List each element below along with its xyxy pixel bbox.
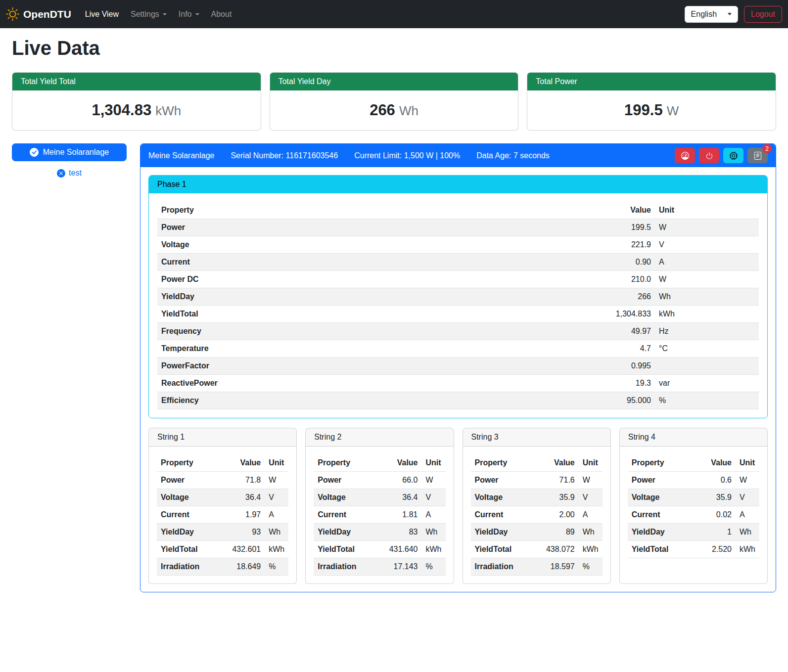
table-row: Current1.81A — [314, 506, 445, 524]
property-cell: YieldDay — [628, 524, 694, 541]
string-card-body: Property Value Unit Power71.6WVoltage35.… — [463, 447, 610, 583]
table-body: Power71.8WVoltage36.4VCurrent1.97AYieldD… — [157, 472, 288, 576]
limit-settings-button[interactable] — [675, 148, 695, 163]
card-title: Total Yield Day — [270, 73, 518, 90]
table-row: Voltage36.4V — [314, 489, 445, 506]
nav-item-about[interactable]: About — [205, 6, 238, 23]
value-cell: 93 — [217, 524, 265, 541]
value-cell: 4.7 — [455, 340, 655, 358]
property-cell: YieldTotal — [471, 541, 531, 558]
value-cell: 0.02 — [694, 506, 736, 524]
string-card-title: String 3 — [463, 428, 610, 447]
event-log-button[interactable]: 2 — [747, 148, 768, 163]
value-cell: 71.6 — [531, 472, 579, 489]
total-power-card: Total Power 199.5W — [527, 72, 776, 131]
brand-link[interactable]: OpenDTU — [6, 7, 71, 21]
string-card-title: String 4 — [620, 428, 767, 447]
nav-item-settings[interactable]: Settings — [125, 6, 173, 23]
property-cell: Irradiation — [314, 558, 374, 576]
table-row: Current0.90A — [157, 254, 759, 271]
inverter-button-test[interactable]: test — [12, 169, 127, 178]
property-cell: Current — [314, 506, 374, 524]
property-cell: Irradiation — [471, 558, 531, 576]
value-cell: 18.649 — [217, 558, 265, 576]
string-card-title: String 1 — [149, 428, 296, 447]
check-circle-icon — [30, 148, 39, 157]
value-cell: 221.9 — [455, 236, 655, 254]
string-2-table: Property Value Unit Power66.0WVoltage36.… — [314, 454, 445, 576]
value-cell: 210.0 — [455, 271, 655, 288]
phase-card-body: Property Value Unit Power199.5WVoltage22… — [149, 193, 767, 418]
inverter-name: Meine Solaranlage — [148, 151, 214, 160]
unit-cell: Hz — [655, 323, 759, 340]
table-row: Power199.5W — [157, 219, 759, 236]
unit-cell: Wh — [265, 524, 288, 541]
header-value: Value — [531, 454, 579, 472]
unit-cell: kWh — [265, 541, 288, 558]
table-row: YieldDay83Wh — [314, 524, 445, 541]
unit-cell: V — [655, 236, 759, 254]
value-cell: 17.143 — [374, 558, 422, 576]
property-cell: YieldTotal — [157, 541, 217, 558]
logout-button[interactable]: Logout — [744, 6, 782, 23]
cpu-icon — [730, 152, 738, 160]
table-row: YieldTotal2.520kWh — [628, 541, 759, 558]
nav-item-live-view[interactable]: Live View — [79, 6, 125, 23]
page-container: Live Data Total Yield Total 1,304.83kWh … — [0, 37, 788, 604]
property-cell: Power — [471, 472, 531, 489]
top-navbar: OpenDTU Live View Settings Info About En… — [0, 0, 788, 28]
total-yield-day-card: Total Yield Day 266Wh — [270, 72, 519, 131]
navbar-right: English Logout — [685, 6, 782, 23]
property-cell: YieldDay — [471, 524, 531, 541]
table-body: Power199.5WVoltage221.9VCurrent0.90APowe… — [157, 219, 759, 409]
value-cell: 19.3 — [455, 375, 655, 392]
table-row: Current0.02A — [628, 506, 759, 524]
unit-cell: A — [422, 506, 446, 524]
unit-cell: V — [579, 489, 603, 506]
language-select[interactable]: English — [685, 6, 738, 23]
value-cell: 1.81 — [374, 506, 422, 524]
value-cell: 49.97 — [455, 323, 655, 340]
device-info-button[interactable] — [723, 148, 743, 163]
phase-1-card: Phase 1 Property Value Unit Power199.5WV… — [148, 175, 768, 418]
property-cell: Voltage — [471, 489, 531, 506]
property-cell: Irradiation — [157, 558, 217, 576]
table-row: Current1.97A — [157, 506, 288, 524]
property-cell: Current — [471, 506, 531, 524]
inverter-test-label: test — [69, 169, 82, 178]
table-row: Power DC210.0W — [157, 271, 759, 288]
total-yield-total-card: Total Yield Total 1,304.83kWh — [12, 72, 261, 131]
phase-table: Property Value Unit Power199.5WVoltage22… — [157, 202, 759, 409]
card-body: 266Wh — [270, 90, 518, 130]
table-row: Voltage221.9V — [157, 236, 759, 254]
unit-cell: A — [265, 506, 288, 524]
unit-cell: W — [736, 472, 759, 489]
event-count-badge: 2 — [762, 144, 772, 153]
power-settings-button[interactable] — [699, 148, 719, 163]
value-cell: 2.520 — [694, 541, 736, 558]
main-nav: Live View Settings Info About — [79, 6, 238, 23]
card-title: Total Yield Total — [12, 73, 261, 90]
unit-cell: % — [422, 558, 446, 576]
value-cell: 2.00 — [531, 506, 579, 524]
property-cell: YieldTotal — [314, 541, 374, 558]
speedometer-icon — [681, 152, 689, 160]
x-circle-icon — [57, 169, 65, 178]
chevron-down-icon — [163, 13, 167, 15]
page-title: Live Data — [12, 37, 776, 59]
property-cell: Current — [157, 254, 455, 271]
inverter-button-label: Meine Solaranlage — [43, 148, 109, 157]
table-header-row: Property Value Unit — [157, 202, 759, 219]
nav-item-info[interactable]: Info — [173, 6, 205, 23]
table-row: YieldDay93Wh — [157, 524, 288, 541]
inverter-card-header: Meine Solaranlage Serial Number: 1161716… — [140, 144, 776, 167]
total-yield-total-value: 1,304.83 — [92, 101, 152, 119]
unit-cell — [655, 358, 759, 375]
brand-label: OpenDTU — [23, 8, 71, 20]
unit-cell: A — [655, 254, 759, 271]
value-cell: 95.000 — [455, 392, 655, 409]
header-unit: Unit — [579, 454, 603, 472]
inverter-button-selected[interactable]: Meine Solaranlage — [12, 143, 127, 161]
value-cell: 83 — [374, 524, 422, 541]
chevron-down-icon — [728, 13, 732, 15]
